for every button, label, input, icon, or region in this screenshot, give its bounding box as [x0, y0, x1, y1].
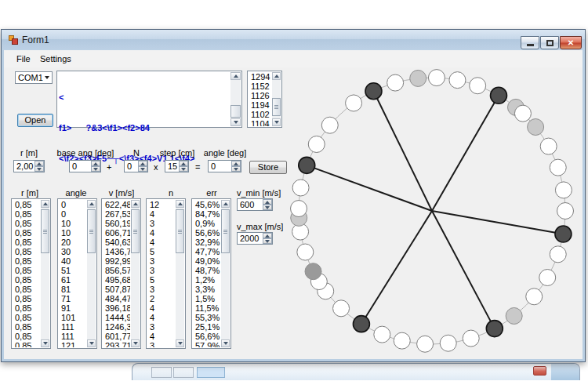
scroll-down-button[interactable] — [272, 118, 281, 126]
store-button[interactable]: Store — [249, 161, 287, 174]
list-item[interactable]: 0,9% — [193, 219, 220, 228]
r-spinner[interactable]: 2,00 — [13, 160, 45, 172]
list-item[interactable]: 2 — [147, 294, 175, 303]
angle-listbox[interactable]: 0010102030405161817191101111111121 — [57, 198, 97, 349]
maximize-button[interactable] — [540, 36, 559, 49]
scrollbar[interactable] — [272, 72, 281, 126]
list-item[interactable]: 267,53 — [103, 209, 130, 219]
list-item[interactable]: 48,7% — [193, 266, 220, 275]
scrollbar[interactable] — [87, 200, 96, 347]
list-item[interactable]: 4 — [147, 332, 175, 341]
spin-up-button[interactable] — [231, 161, 241, 166]
list-item[interactable]: 3 — [147, 219, 175, 228]
list-item[interactable]: 1,2% — [193, 275, 220, 285]
list-item[interactable]: 3 — [147, 341, 175, 347]
list-item[interactable]: 5 — [147, 247, 175, 256]
list-item[interactable]: 0,85 — [13, 209, 40, 219]
list-item[interactable]: 0,85 — [13, 266, 40, 275]
list-item[interactable]: 57,9% — [193, 341, 220, 347]
list-item[interactable]: 0,85 — [13, 313, 40, 322]
scroll-thumb[interactable] — [87, 209, 96, 253]
list-item[interactable]: 81 — [59, 285, 86, 294]
list-item[interactable]: 601,77 — [103, 332, 130, 341]
list-item[interactable]: 30 — [59, 247, 86, 256]
scroll-thumb[interactable] — [221, 209, 230, 253]
open-button[interactable]: Open — [17, 114, 53, 127]
scroll-up-button[interactable] — [176, 200, 184, 208]
list-item[interactable]: 51 — [59, 266, 86, 275]
list-item[interactable]: 3,3% — [193, 285, 220, 294]
list-item[interactable]: 111 — [59, 322, 86, 332]
list-item[interactable]: 32,9% — [193, 238, 220, 247]
base-angle-spinner[interactable]: 0 — [69, 160, 101, 172]
list-item[interactable]: 495,68 — [103, 275, 130, 285]
err-listbox[interactable]: 45,6%84,7%0,9%56,6%32,9%47,7%49,0%48,7%1… — [191, 198, 231, 349]
spin-up-button[interactable] — [263, 199, 272, 205]
list-item[interactable]: 0,85 — [13, 285, 40, 294]
list-item[interactable]: 56,6% — [193, 228, 220, 238]
scrollbar[interactable] — [176, 200, 184, 347]
scroll-down-button[interactable] — [41, 339, 49, 347]
list-item[interactable]: 856,57 — [103, 266, 130, 275]
list-item[interactable]: 0,85 — [13, 332, 40, 341]
scroll-thumb[interactable] — [272, 98, 281, 116]
list-item[interactable]: 622,48 — [103, 200, 130, 209]
close-button[interactable]: ✕ — [560, 36, 582, 49]
list-item[interactable]: 1294 — [249, 72, 271, 82]
scroll-thumb[interactable] — [131, 209, 140, 253]
list-item[interactable]: 121 — [59, 341, 86, 347]
scroll-up-button[interactable] — [221, 200, 230, 208]
list-item[interactable]: 25,1% — [193, 322, 220, 332]
n-spinner[interactable]: 0 — [124, 160, 148, 172]
list-item[interactable]: 49,0% — [193, 256, 220, 266]
background-window[interactable] — [132, 363, 580, 380]
list-item[interactable]: 507,87 — [103, 285, 130, 294]
serial-log-textarea[interactable]: < f1> ?&3<\f1><f2>84 <\f2><f3>F5─┬<\f3><… — [56, 71, 242, 128]
r-listbox[interactable]: 0,850,850,850,850,850,850,850,850,850,85… — [11, 198, 51, 349]
list-item[interactable]: 396,18 — [103, 303, 130, 313]
list-item[interactable]: 1444,9 — [103, 313, 130, 322]
list-item[interactable]: 45,6% — [193, 200, 220, 209]
spin-down-button[interactable] — [138, 166, 147, 172]
title-bar[interactable]: Form1 ✕ — [2, 30, 585, 50]
list-item[interactable]: 0,85 — [13, 238, 40, 247]
scroll-down-button[interactable] — [87, 339, 96, 347]
list-item[interactable]: 0,85 — [13, 322, 40, 332]
list-item[interactable]: 293,71 — [103, 341, 130, 347]
list-item[interactable]: 101 — [59, 313, 86, 322]
vmax-spinner[interactable]: 2000 — [237, 232, 273, 245]
list-item[interactable]: 560,19 — [103, 219, 130, 228]
list-item[interactable]: 1126 — [249, 91, 271, 100]
list-item[interactable]: 0,85 — [13, 341, 40, 347]
scroll-up-button[interactable] — [131, 200, 140, 208]
menu-file[interactable]: File — [12, 53, 35, 65]
list-item[interactable]: 47,7% — [193, 247, 220, 256]
list-item[interactable]: 1104 — [249, 119, 271, 126]
list-item[interactable]: 0,85 — [13, 294, 40, 303]
scrollbar[interactable] — [41, 200, 49, 347]
n-listbox[interactable]: 12434453353244343 — [146, 198, 186, 349]
list-item[interactable]: 0,85 — [13, 256, 40, 266]
list-item[interactable]: 12 — [147, 200, 175, 209]
menu-settings[interactable]: Settings — [35, 53, 76, 65]
scroll-down-button[interactable] — [221, 339, 230, 347]
list-item[interactable]: 0,85 — [13, 219, 40, 228]
scroll-thumb[interactable] — [176, 209, 184, 253]
spin-down-button[interactable] — [263, 238, 272, 244]
list-item[interactable]: 10 — [59, 228, 86, 238]
v-listbox[interactable]: 622,48267,53560,19606,71540,631436,7992,… — [101, 198, 141, 349]
list-item[interactable]: 61 — [59, 275, 86, 285]
spin-down-button[interactable] — [231, 166, 241, 172]
spin-down-button[interactable] — [34, 166, 44, 172]
list-item[interactable]: 4 — [147, 238, 175, 247]
list-item[interactable]: 5 — [147, 275, 175, 285]
list-item[interactable]: 20 — [59, 238, 86, 247]
step-spinner[interactable]: 15 — [165, 160, 189, 172]
list-item[interactable]: 4 — [147, 303, 175, 313]
list-item[interactable]: 3 — [147, 266, 175, 275]
scroll-up-button[interactable] — [87, 200, 96, 208]
list-item[interactable]: 91 — [59, 303, 86, 313]
list-item[interactable]: 111 — [59, 332, 86, 341]
spin-up-button[interactable] — [91, 161, 100, 166]
spin-up-button[interactable] — [34, 161, 44, 166]
